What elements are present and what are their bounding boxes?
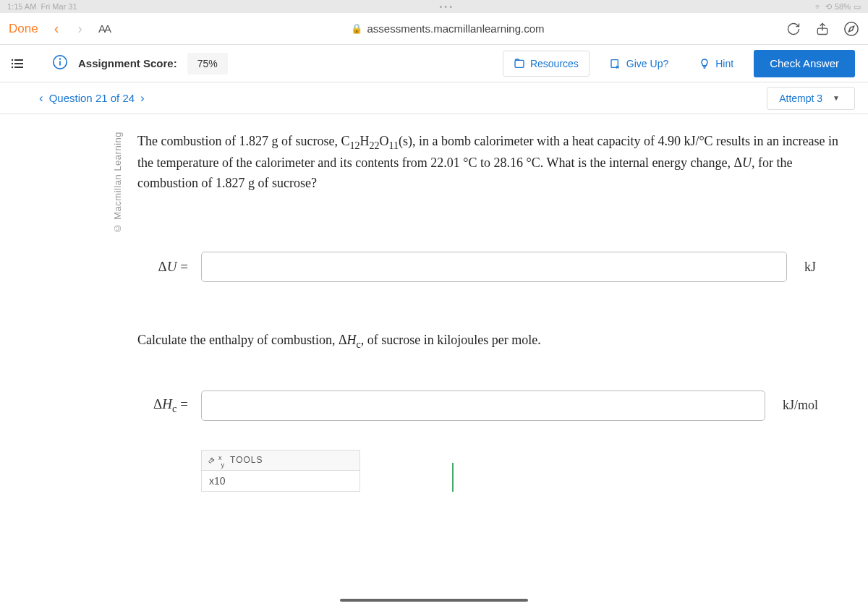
address-bar[interactable]: 🔒 assessments.macmillanlearning.com <box>123 22 773 35</box>
xy-sub-icon: x y <box>218 454 225 469</box>
prev-question[interactable]: ‹ <box>39 91 43 106</box>
text-cursor <box>452 463 454 492</box>
app-header: Assignment Score: 75% Resources Give Up?… <box>0 45 868 82</box>
svg-rect-11 <box>515 60 524 67</box>
battery-pct: 58% <box>835 2 851 11</box>
info-icon[interactable] <box>52 54 68 73</box>
answer-row-2: ΔHc = kJ/mol <box>137 391 851 421</box>
give-up-button[interactable]: Give Up? <box>600 51 678 77</box>
svg-point-2 <box>12 59 13 60</box>
next-question[interactable]: › <box>140 91 145 106</box>
svg-point-1 <box>845 22 858 35</box>
svg-point-4 <box>12 62 13 64</box>
svg-point-10 <box>60 58 61 59</box>
forward-button: › <box>75 20 85 37</box>
done-button[interactable]: Done <box>9 22 38 36</box>
answer-row-1: ΔU = kJ <box>137 252 851 282</box>
tools-item-x10[interactable]: x10 <box>202 471 359 491</box>
back-button[interactable]: ‹ <box>51 20 62 37</box>
multitask-dots[interactable]: • • • <box>439 2 452 11</box>
home-indicator[interactable] <box>340 599 528 602</box>
answer2-unit: kJ/mol <box>783 398 818 413</box>
content-area: © Macmillan Learning The combustion of 1… <box>0 114 868 492</box>
answer2-label: ΔHc = <box>137 396 188 415</box>
check-answer-button[interactable]: Check Answer <box>754 50 855 77</box>
answer2-input[interactable] <box>201 391 765 421</box>
reload-button[interactable] <box>786 21 801 37</box>
text-size-button[interactable]: AA <box>98 22 110 35</box>
hint-button[interactable]: Hint <box>689 51 744 77</box>
question-text-2: Calculate the enthalpy of combustion, ΔH… <box>137 333 851 351</box>
url-text: assessments.macmillanlearning.com <box>367 22 544 35</box>
rotation-lock-icon: ⟲ <box>825 2 832 12</box>
score-label: Assignment Score: <box>78 57 177 69</box>
chevron-down-icon: ▼ <box>833 94 840 102</box>
answer1-input[interactable] <box>201 252 787 282</box>
answer1-label: ΔU = <box>137 259 188 275</box>
share-button[interactable] <box>814 21 830 37</box>
status-time: 1:15 AM <box>7 2 36 11</box>
question-nav[interactable]: ‹ Question 21 of 24 › <box>39 91 145 106</box>
ipad-status-bar: 1:15 AM Fri Mar 31 • • • ᯤ ⟲ 58% ▭ <box>0 0 868 13</box>
tools-header[interactable]: x y TOOLS <box>202 451 359 471</box>
svg-rect-5 <box>14 63 23 64</box>
question-nav-row: ‹ Question 21 of 24 › Attempt 3 ▼ <box>0 82 868 114</box>
wifi-icon: ᯤ <box>814 2 822 11</box>
copyright-label: © Macmillan Learning <box>112 132 123 234</box>
wrench-icon <box>208 456 216 464</box>
resources-button[interactable]: Resources <box>503 51 590 77</box>
battery-icon: ▭ <box>854 2 861 12</box>
safari-toolbar: Done ‹ › AA 🔒 assessments.macmillanlearn… <box>0 13 868 45</box>
answer1-unit: kJ <box>804 260 816 275</box>
status-date: Fri Mar 31 <box>41 2 77 11</box>
question-counter: Question 21 of 24 <box>49 92 135 104</box>
menu-button[interactable] <box>7 59 27 69</box>
tools-panel: x y TOOLS x10 <box>201 450 360 492</box>
compass-icon[interactable] <box>843 21 859 37</box>
svg-rect-7 <box>14 67 23 68</box>
attempt-dropdown[interactable]: Attempt 3 ▼ <box>767 87 855 110</box>
lock-icon: 🔒 <box>351 23 362 34</box>
svg-point-6 <box>12 66 13 67</box>
question-text: The combustion of 1.827 g of sucrose, C1… <box>137 132 839 194</box>
score-value: 75% <box>187 53 228 74</box>
svg-rect-3 <box>14 59 23 61</box>
